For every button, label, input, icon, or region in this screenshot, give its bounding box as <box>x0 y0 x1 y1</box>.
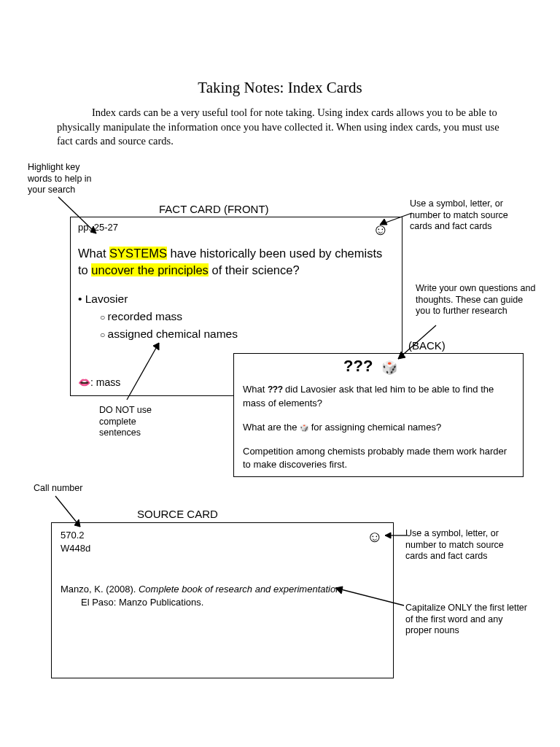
svg-marker-7 <box>153 343 159 350</box>
svg-line-4 <box>398 325 436 359</box>
call-number-2: W448d <box>61 542 90 555</box>
svg-marker-3 <box>380 219 387 225</box>
annotation-symbol-bottom: Use a symbol, letter, or number to match… <box>405 528 522 562</box>
annotation-highlight: Highlight key words to help in your sear… <box>28 162 101 196</box>
fact-card-bullets: Lavosier recorded mass assigned chemical… <box>78 290 238 343</box>
svg-marker-5 <box>398 352 405 359</box>
svg-line-6 <box>127 343 159 400</box>
fact-card-back: ??? 🎲 What ??? did Lavosier ask that led… <box>233 353 524 477</box>
arrow-icon <box>331 584 411 613</box>
page: Taking Notes: Index Cards Index cards ca… <box>0 0 560 747</box>
bullet-l2: assigned chemical names <box>100 325 238 343</box>
call-number-block: 570.2 W448d <box>61 529 90 555</box>
svg-line-12 <box>335 588 404 605</box>
svg-marker-13 <box>335 587 343 594</box>
smiley-icon: ☺ <box>367 527 383 546</box>
bullet-l1: Lavosier <box>78 290 238 308</box>
arrow-icon <box>382 528 411 543</box>
arrow-icon <box>376 210 419 228</box>
inline-dice-icon: 🎲 <box>300 424 308 432</box>
annotation-symbol-top: Use a symbol, letter, or number to match… <box>410 198 526 233</box>
q-highlight-2: uncover the principles <box>91 263 209 276</box>
arrow-icon <box>392 322 443 366</box>
back-body: What ??? did Lavosier ask that led him t… <box>243 383 514 482</box>
vocab-line: 👄: mass <box>78 376 120 388</box>
annotation-capitalize: Capitalize ONLY the first letter of the … <box>405 603 529 637</box>
back-q2: What are the 🎲 for assigning chemical na… <box>243 421 514 435</box>
citation-title: Complete book of research and experiment… <box>139 584 343 595</box>
inline-question-icon: ??? <box>268 384 283 395</box>
svg-marker-11 <box>385 533 391 538</box>
question-marks-icon: ??? <box>343 357 373 376</box>
fact-card-question: What SYSTEMS have historically been used… <box>78 245 392 279</box>
intro-paragraph: Index cards can be a very useful tool fo… <box>57 106 502 149</box>
fact-card-heading: FACT CARD (FRONT) <box>159 203 269 215</box>
q-text: What <box>78 247 109 260</box>
page-title: Taking Notes: Index Cards <box>0 79 560 97</box>
annotation-no-sentences: DO NOT use complete sentences <box>99 405 172 439</box>
q-highlight-1: SYSTEMS <box>109 247 167 260</box>
q-text: of their science? <box>209 263 300 276</box>
svg-marker-1 <box>90 226 96 233</box>
arrow-icon <box>51 493 88 533</box>
annotation-own-questions: Write your own questions and thoughts. T… <box>416 283 540 317</box>
arrow-icon <box>55 194 106 241</box>
source-card-heading: SOURCE CARD <box>137 508 218 520</box>
back-q1: What ??? did Lavosier ask that led him t… <box>243 383 514 411</box>
back-thought: Competition among chemists probably made… <box>243 445 514 473</box>
svg-line-0 <box>58 197 96 233</box>
arrow-icon <box>122 338 166 404</box>
lips-icon: 👄 <box>78 376 90 388</box>
bullet-l2: recorded mass <box>100 308 238 325</box>
